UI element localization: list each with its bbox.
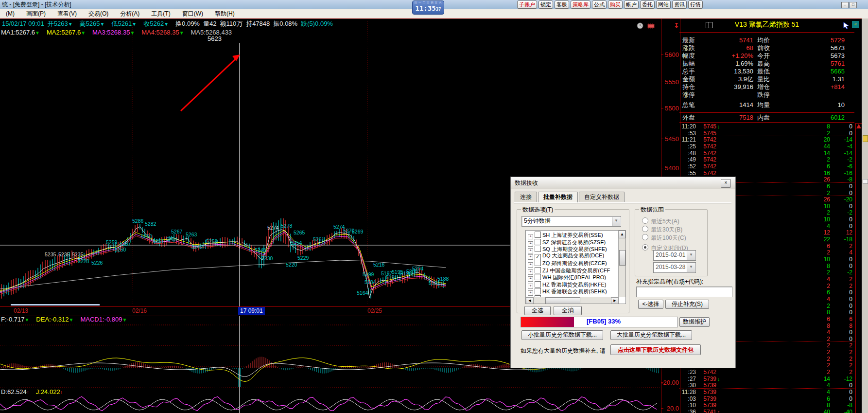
stop-fill-button[interactable]: 停止补充(S) xyxy=(665,300,709,309)
info-segment: F:-0.717▼ xyxy=(1,316,33,323)
download-arrow-icon[interactable]: ↧ xyxy=(674,21,679,29)
dialog-tab-批量补数据[interactable]: 批量补数据 xyxy=(538,192,578,203)
tick-row: :55574216-16 xyxy=(679,170,854,177)
big-batch-download-button[interactable]: 大批量历史分笔数据下载... xyxy=(610,330,692,340)
top-button-客服[interactable]: 客服 xyxy=(555,0,569,9)
scrollbar-thumb[interactable] xyxy=(863,179,868,184)
tick-row: :03573960 xyxy=(679,395,854,402)
exchange-row-HK[interactable]: +HK 香港联合交易所(SEHK) xyxy=(526,287,625,294)
price-label: 5269 xyxy=(352,229,364,234)
radio-最近100天(C)[interactable]: 最近100天(C) xyxy=(642,233,686,242)
download-package-button[interactable]: 点击这里下载历史数据文件包 xyxy=(610,344,701,355)
menu-item[interactable]: 分析(A) xyxy=(114,9,145,18)
price-label: 5261 xyxy=(313,236,325,242)
clock-time: 11:3537 xyxy=(413,4,444,13)
top-button-锁定[interactable]: 锁定 xyxy=(538,0,553,9)
dialog-title: 数据接收 xyxy=(515,180,538,186)
top-button-网站[interactable]: 网站 xyxy=(656,0,671,9)
top-button-委托[interactable]: 委托 xyxy=(640,0,655,9)
tick-row: 11:21574220-14 xyxy=(679,136,854,143)
exchange-row-SQ[interactable]: +SQ 上海期货交易所(SHFE) xyxy=(526,245,625,252)
price-label: 5260 xyxy=(141,233,153,239)
price-label: 5250 xyxy=(115,247,126,252)
top-button-策略库[interactable]: 策略库 xyxy=(571,0,590,9)
outer-scrollbar[interactable] xyxy=(862,18,868,413)
price-label: 5199 xyxy=(363,271,374,277)
exchange-row-SH[interactable]: +SH 上海证券交易所(SSE) xyxy=(526,231,625,238)
radio-最近30天(B)[interactable]: 最近30天(B) xyxy=(642,225,682,234)
tick-row: 11:28573940 xyxy=(679,389,854,395)
menu-item[interactable]: 帮助(H) xyxy=(209,9,241,18)
divider xyxy=(679,122,854,123)
price-label: 5278 xyxy=(281,223,293,229)
exchange-row-WH[interactable]: +WH 国际外汇(IDEAL PRO) xyxy=(526,273,625,280)
progress-text: [FB05] 33% xyxy=(587,318,621,325)
top-button-资讯[interactable]: 资讯 xyxy=(672,0,687,9)
price-label: 5164 xyxy=(357,290,368,296)
info-segment: 振0.08% xyxy=(273,20,297,27)
exchange-row-ZQ[interactable]: +ZQ 郑州期货交易所(CZCE) xyxy=(526,259,625,266)
clock-icon[interactable] xyxy=(637,22,644,30)
menu-item[interactable]: 工具(T) xyxy=(145,9,176,18)
dropdown-arrow-icon[interactable]: ▼ xyxy=(687,263,695,272)
chart-scroll-indicator[interactable] xyxy=(11,304,100,305)
symbol-input[interactable] xyxy=(636,287,732,297)
close-icon[interactable]: × xyxy=(721,179,731,188)
list-vscrollbar[interactable]: ▲ xyxy=(618,231,625,297)
pick-button[interactable]: <-选择 xyxy=(638,300,663,309)
cursor-icon[interactable] xyxy=(843,22,851,29)
list-hscrollbar[interactable]: ◀▶ xyxy=(526,297,619,304)
dropdown-arrow-icon[interactable]: ▼ xyxy=(612,217,620,226)
price-label: 5235 xyxy=(58,251,70,257)
period-dropdown[interactable]: 5分钟数据 ▼ xyxy=(521,216,621,227)
select-all-button[interactable]: 全选 xyxy=(524,306,551,315)
dialog-tab-自定义补数据[interactable]: 自定义补数据 xyxy=(579,192,625,202)
top-button-子账户[interactable]: 子账户 xyxy=(517,0,537,9)
tick-row: :275739↓14-12 xyxy=(679,376,854,382)
ma-info-row: MA1:5267.6▼MA2:5267.6▼MA3:5268.35▼MA4:52… xyxy=(1,29,235,36)
scroll-up-arrow[interactable] xyxy=(856,124,861,128)
exchange-row-ZJ[interactable]: +ZJ 中国金融期货交易所(CFF xyxy=(526,266,625,273)
header-divider xyxy=(679,32,854,33)
price-label: 5251 xyxy=(153,238,164,244)
chip-icon[interactable] xyxy=(647,22,656,30)
info-segment: 收5262▼ xyxy=(143,20,172,27)
dropdown-arrow-icon[interactable]: ▼ xyxy=(687,251,695,260)
restore-icon[interactable]: □ xyxy=(850,2,857,8)
data-maintain-button[interactable]: 数据维护 xyxy=(679,317,710,327)
quote-row: 涨跌68前收5673 xyxy=(679,44,854,52)
window-split-icon[interactable] xyxy=(706,22,712,28)
quote-row: 涨停跌停 xyxy=(679,91,854,99)
top-button-行情[interactable]: 行情 xyxy=(688,0,703,9)
exchange-row-DQ[interactable]: +✓DQ 大连商品交易所(DCE) xyxy=(526,252,625,259)
small-batch-download-button[interactable]: 小批量历史分笔数据下载... xyxy=(521,330,603,340)
top-button-购买[interactable]: 购买 xyxy=(608,0,623,9)
axis-tick xyxy=(661,408,663,409)
progress-bar: [FB05] 33% xyxy=(521,317,678,327)
dialog-title-bar[interactable]: 数据接收 × xyxy=(511,177,735,189)
data-options-label: 数据选项(T) xyxy=(521,206,555,214)
menu-item[interactable]: 查看(V) xyxy=(52,9,83,18)
symbol-label: 补充指定品种(市场+代码): xyxy=(636,278,703,286)
expand-icon[interactable]: « xyxy=(852,21,859,28)
menu-item[interactable]: 画面(P) xyxy=(20,9,52,18)
price-label: 5184 xyxy=(365,279,376,285)
window-title: 统 - [免费登录] - [技术分析] xyxy=(2,0,71,9)
menu-item[interactable]: 窗口(W) xyxy=(176,9,209,18)
minimize-icon[interactable]: – xyxy=(841,2,849,8)
exchange-row-SZ[interactable]: +SZ 深圳证券交易所(SZSE) xyxy=(526,238,625,245)
exchange-row-HZ[interactable]: +HZ 香港期货交易所(HKFE) xyxy=(526,280,625,287)
top-button-帐户[interactable]: 帐户 xyxy=(624,0,639,9)
clear-all-button[interactable]: 全消 xyxy=(554,306,582,315)
price-label: 5286 xyxy=(132,218,144,224)
date-to-dropdown[interactable]: 2015-03-28 ▼ xyxy=(653,262,696,273)
menu-item[interactable]: (M) xyxy=(0,9,20,18)
radio-最近5天(A)[interactable]: 最近5天(A) xyxy=(642,217,679,226)
menu-item[interactable]: 交易(O) xyxy=(83,9,114,18)
exchange-list[interactable]: +SH 上海证券交易所(SSE)+SZ 深圳证券交易所(SZSE)+SQ 上海期… xyxy=(525,230,626,304)
date-from-dropdown[interactable]: 2015-02-01 ▼ xyxy=(653,250,696,261)
dialog-tab-连接[interactable]: 连接 xyxy=(515,192,537,202)
top-button-公式[interactable]: 公式 xyxy=(592,0,607,9)
price-label: 5259 xyxy=(106,239,118,245)
price-label: 5216 xyxy=(373,262,385,268)
